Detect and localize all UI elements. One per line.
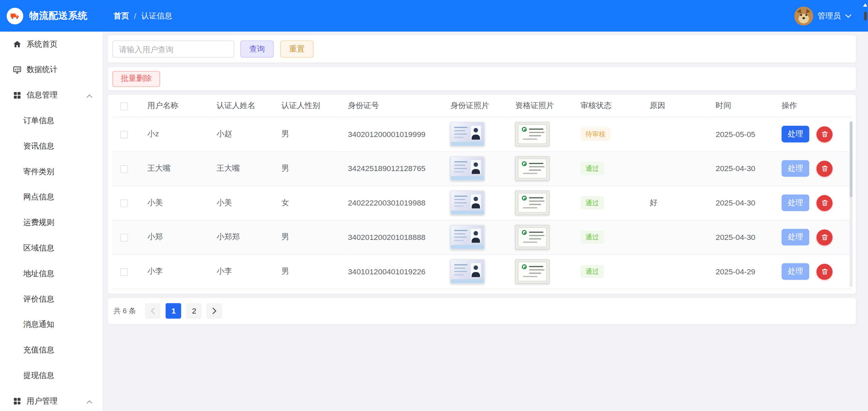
sidebar-item-home[interactable]: 系统首页	[0, 32, 103, 57]
table-scrollbar-thumb[interactable]	[850, 121, 852, 197]
col-header-status: 审核状态	[576, 95, 645, 117]
search-input[interactable]	[112, 41, 234, 58]
table-row: 小美 小美 女 240222200301019988 通过 好 2025-04-…	[112, 186, 851, 220]
apps-icon	[12, 396, 22, 406]
page-scrollbar[interactable]	[863, 0, 868, 411]
status-badge: 待审核	[580, 127, 610, 141]
pagination-prev-button[interactable]	[145, 303, 161, 319]
row-checkbox[interactable]	[120, 165, 128, 173]
col-header-username: 用户名称	[143, 95, 212, 117]
qualification-cert-photo[interactable]	[515, 225, 549, 249]
id-card-number-strip	[451, 176, 484, 180]
row-checkbox[interactable]	[120, 131, 128, 139]
sidebar-subitem[interactable]: 运费规则	[0, 210, 103, 235]
sidebar: 系统首页 数据统计 信息管理 订单信息资讯信息寄件类	[0, 32, 103, 411]
table-card: 用户名称 认证人姓名 认证人性别 身份证号 身份证照片 资格证照片 审核状态 原…	[108, 95, 856, 293]
id-card-number-strip	[451, 142, 484, 146]
real-name-cell: 小李	[212, 254, 277, 289]
col-header-real-name: 认证人姓名	[212, 95, 277, 117]
delete-button[interactable]	[817, 263, 833, 279]
sidebar-subitem[interactable]: 地址信息	[0, 261, 103, 287]
scrollbar-up-arrow-icon[interactable]	[863, 3, 867, 7]
pagination-page-2[interactable]: 2	[186, 303, 202, 319]
gender-cell: 男	[277, 220, 343, 255]
pagination-page-1[interactable]: 1	[166, 303, 182, 319]
submenu-info-management: 订单信息资讯信息寄件类别网点信息运费规则区域信息地址信息评价信息消息通知充值信息…	[0, 108, 103, 389]
row-checkbox[interactable]	[120, 234, 128, 242]
chevron-down-icon	[845, 14, 851, 18]
reason-cell	[645, 151, 711, 186]
cert-sheet	[518, 227, 547, 247]
sidebar-subitem[interactable]: 资讯信息	[0, 134, 103, 159]
id-card-photo[interactable]	[450, 156, 485, 181]
chevron-right-icon	[213, 307, 217, 314]
sidebar-subitem[interactable]: 消息通知	[0, 312, 103, 337]
qualification-cert-photo[interactable]	[515, 259, 549, 284]
delete-button[interactable]	[817, 126, 833, 142]
sidebar-group-user-management[interactable]: 用户管理	[0, 389, 103, 411]
qualification-cert-photo[interactable]	[515, 156, 549, 181]
app-logo	[7, 7, 24, 24]
sidebar-subitem[interactable]: 评价信息	[0, 287, 103, 312]
id-card-number-strip	[451, 211, 484, 214]
qualification-cert-photo[interactable]	[515, 122, 549, 147]
id-card-photo[interactable]	[450, 225, 485, 249]
delete-button[interactable]	[817, 161, 833, 177]
pagination-next-button[interactable]	[207, 303, 222, 319]
select-all-checkbox[interactable]	[120, 103, 128, 110]
user-avatar	[794, 6, 813, 25]
user-menu[interactable]: 管理员	[794, 6, 851, 25]
sidebar-subitem[interactable]: 网点信息	[0, 184, 103, 210]
query-button[interactable]: 查询	[241, 41, 274, 58]
reason-cell	[645, 220, 711, 255]
pagination-total: 共 6 条	[113, 306, 136, 316]
cert-sheet	[518, 124, 547, 144]
id-number-cell: 340201200201018888	[343, 220, 446, 255]
cert-emblem-icon	[522, 230, 527, 235]
qualification-cert-photo[interactable]	[515, 191, 549, 215]
id-card-portrait	[470, 159, 481, 174]
user-name: 管理员	[818, 11, 841, 21]
status-badge: 通过	[580, 162, 604, 175]
sidebar-subitem[interactable]: 提现信息	[0, 363, 103, 389]
row-checkbox[interactable]	[120, 200, 128, 208]
cert-emblem-icon	[522, 161, 527, 166]
process-button[interactable]: 处理	[781, 126, 809, 142]
batch-delete-button[interactable]: 批量删除	[112, 71, 160, 87]
sidebar-subitem[interactable]: 订单信息	[0, 108, 103, 134]
sidebar-group-info-management[interactable]: 信息管理	[0, 82, 103, 108]
table-header-row: 用户名称 认证人姓名 认证人性别 身份证号 身份证照片 资格证照片 审核状态 原…	[112, 95, 851, 117]
sidebar-item-label: 数据统计	[27, 65, 58, 75]
page-scrollbar-thumb[interactable]	[864, 12, 867, 20]
pagination-card: 共 6 条 1 2	[108, 298, 856, 324]
real-name-cell: 小郑郑	[212, 220, 277, 255]
process-button[interactable]: 处理	[781, 195, 809, 211]
process-button[interactable]: 处理	[781, 229, 809, 246]
real-name-cell: 王大嘴	[212, 151, 277, 186]
certification-table: 用户名称 认证人姓名 认证人性别 身份证号 身份证照片 资格证照片 审核状态 原…	[112, 95, 851, 289]
time-cell: 2025-04-29	[711, 254, 777, 289]
id-card-photo[interactable]	[450, 191, 485, 215]
real-name-cell: 小赵	[212, 117, 277, 151]
sidebar-subitem[interactable]: 充值信息	[0, 337, 103, 363]
cert-emblem-icon	[522, 196, 527, 201]
id-card-photo[interactable]	[450, 259, 485, 284]
username-cell: 小郑	[143, 220, 212, 255]
sidebar-subitem[interactable]: 区域信息	[0, 235, 103, 261]
table-scrollbar[interactable]	[850, 121, 852, 287]
time-cell: 2025-05-05	[711, 117, 777, 151]
delete-button[interactable]	[817, 195, 833, 211]
delete-button[interactable]	[817, 229, 833, 245]
table-row: 王大嘴 王大嘴 男 342425189012128765 通过 2025-04-…	[112, 151, 851, 186]
sidebar-item-stats[interactable]: 数据统计	[0, 57, 103, 82]
id-card-photo[interactable]	[450, 122, 485, 147]
row-checkbox[interactable]	[120, 268, 128, 276]
sidebar-subitem[interactable]: 寄件类别	[0, 159, 103, 185]
process-button[interactable]: 处理	[781, 263, 809, 280]
process-button[interactable]: 处理	[781, 160, 809, 177]
col-header-reason: 原因	[645, 95, 711, 117]
breadcrumb-home[interactable]: 首页	[113, 11, 129, 21]
col-header-cert-photo: 资格证照片	[511, 95, 576, 117]
reset-button[interactable]: 重置	[280, 41, 314, 58]
toolbar-card: 批量删除	[108, 67, 856, 90]
